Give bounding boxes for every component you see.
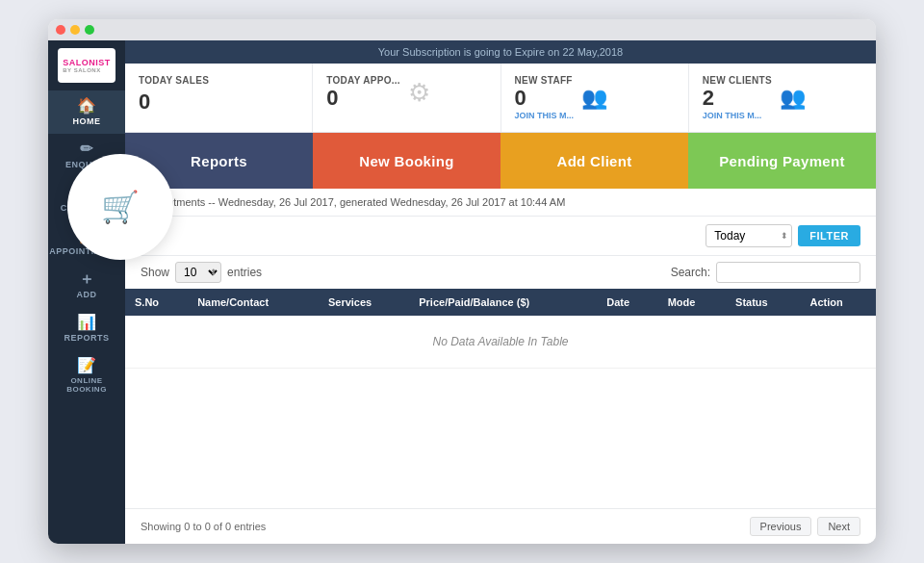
stat-value-clients: 2 — [703, 86, 772, 111]
entries-select-wrapper: 10 25 50 — [175, 262, 221, 283]
filter-button[interactable]: FILTER — [798, 225, 860, 246]
sidebar-label-add: ADD — [77, 290, 97, 299]
entries-select[interactable]: 10 25 50 — [175, 262, 221, 283]
pagination: Previous Next — [750, 517, 860, 536]
banner-text: Your Subscription is going to Expire on … — [378, 46, 623, 58]
table-controls: Today This Week This Month FILTER — [125, 217, 876, 256]
stat-sub-clients: JOIN THIS M... — [703, 111, 772, 120]
no-data-row: No Data Available In Table — [125, 316, 876, 369]
table-footer: Showing 0 to 0 of 0 entries Previous Nex… — [125, 508, 876, 544]
enquiry-icon: ✏ — [80, 141, 93, 157]
appointments-table: S.No Name/Contact Services Price/Paid/Ba… — [125, 289, 876, 369]
add-icon: ＋ — [79, 271, 95, 287]
titlebar — [48, 19, 876, 40]
footer-showing-text: Showing 0 to 0 of 0 entries — [141, 521, 266, 532]
close-dot[interactable] — [56, 25, 65, 35]
search-label: Search: — [671, 266, 710, 279]
stat-sub-staff: JOIN THIS M... — [515, 111, 575, 120]
gear-icon: ⚙ — [408, 78, 430, 108]
staff-icon: 👥 — [581, 86, 607, 111]
new-booking-label: New Booking — [359, 153, 453, 169]
stat-label-appo: TODAY APPO... — [326, 75, 400, 86]
show-label: Show — [141, 266, 169, 279]
online-booking-icon: 📝 — [77, 358, 97, 373]
reports-label: Reports — [191, 153, 247, 169]
no-data-cell: No Data Available In Table — [125, 316, 876, 369]
sidebar-label-home: HOME — [73, 116, 101, 126]
col-name: Name/Contact — [188, 289, 319, 316]
entries-left: Show 10 25 50 entries — [141, 262, 262, 283]
subscription-banner: Your Subscription is going to Expire on … — [125, 40, 876, 64]
cart-icon: 🛒 — [101, 189, 140, 225]
stat-value-appo: 0 — [326, 86, 400, 111]
sidebar: SALONIST BY SALONX 🏠 HOME ✏ ENQUIRY 📅 CA… — [48, 40, 125, 544]
stats-row: TODAY SALES 0 TODAY APPO... 0 ⚙ — [125, 64, 876, 133]
actions-row: Reports New Booking Add Client Pending P… — [125, 133, 876, 189]
col-mode: Mode — [658, 289, 726, 316]
sidebar-item-reports[interactable]: 📊 REPORTS — [48, 307, 125, 350]
stat-label-clients: NEW CLIENTS — [703, 75, 772, 86]
stat-value-sales: 0 — [139, 90, 298, 115]
add-client-button[interactable]: Add Client — [500, 133, 688, 189]
stat-today-appo: TODAY APPO... 0 ⚙ — [313, 64, 500, 132]
stat-today-sales: TODAY SALES 0 — [125, 64, 313, 132]
col-price: Price/Paid/Balance ($) — [409, 289, 597, 316]
cart-circle-overlay: 🛒 — [67, 154, 173, 260]
appointments-info: Appointments -- Wednesday, 26 Jul 2017, … — [125, 189, 876, 217]
table-header: S.No Name/Contact Services Price/Paid/Ba… — [125, 289, 876, 316]
logo-text: SALONIST — [63, 58, 111, 67]
main-content: Your Subscription is going to Expire on … — [125, 40, 876, 544]
sidebar-label-reports: REPORTS — [64, 333, 109, 343]
col-date: Date — [597, 289, 657, 316]
app-body: SALONIST BY SALONX 🏠 HOME ✏ ENQUIRY 📅 CA… — [48, 40, 876, 544]
sidebar-label-online-booking: ONLINE BOOKING — [52, 376, 121, 394]
next-button[interactable]: Next — [817, 517, 860, 536]
col-services: Services — [319, 289, 409, 316]
stat-label-sales: TODAY SALES — [139, 75, 298, 86]
sidebar-item-online-booking[interactable]: 📝 ONLINE BOOKING — [48, 350, 125, 401]
stat-label-staff: NEW STAFF — [515, 75, 575, 86]
pending-label: Pending Payment — [719, 153, 844, 169]
sidebar-item-add[interactable]: ＋ ADD — [48, 264, 125, 307]
col-sno: S.No — [125, 289, 188, 316]
period-select[interactable]: Today This Week This Month — [706, 224, 792, 247]
home-icon: 🏠 — [77, 98, 97, 114]
clients-icon: 👥 — [780, 86, 806, 111]
app-window: SALONIST BY SALONX 🏠 HOME ✏ ENQUIRY 📅 CA… — [48, 19, 876, 544]
minimize-dot[interactable] — [70, 25, 80, 35]
search-controls: Search: — [671, 262, 860, 283]
header-row: S.No Name/Contact Services Price/Paid/Ba… — [125, 289, 876, 316]
stat-new-clients: NEW CLIENTS 2 JOIN THIS M... 👥 — [689, 64, 876, 132]
stat-value-staff: 0 — [515, 86, 575, 111]
app-logo: SALONIST BY SALONX — [58, 48, 116, 83]
prev-button[interactable]: Previous — [750, 517, 812, 536]
reports-icon: 📊 — [77, 315, 97, 330]
pending-payment-button[interactable]: Pending Payment — [688, 133, 876, 189]
entries-label: entries — [227, 266, 262, 279]
col-action: Action — [801, 289, 876, 316]
logo-sub: BY SALONX — [63, 67, 111, 73]
sidebar-item-home[interactable]: 🏠 HOME — [48, 90, 125, 134]
filter-controls: Today This Week This Month FILTER — [706, 224, 860, 247]
maximize-dot[interactable] — [85, 25, 94, 35]
search-input[interactable] — [716, 262, 860, 283]
table-body: No Data Available In Table — [125, 316, 876, 369]
col-status: Status — [726, 289, 801, 316]
new-booking-button[interactable]: New Booking — [313, 133, 500, 189]
entries-row: Show 10 25 50 entries Search: — [125, 256, 876, 289]
stat-new-staff: NEW STAFF 0 JOIN THIS M... 👥 — [501, 64, 689, 132]
table-section: Appointments -- Wednesday, 26 Jul 2017, … — [125, 189, 876, 544]
period-select-wrapper: Today This Week This Month — [706, 224, 792, 247]
add-client-label: Add Client — [557, 153, 632, 169]
